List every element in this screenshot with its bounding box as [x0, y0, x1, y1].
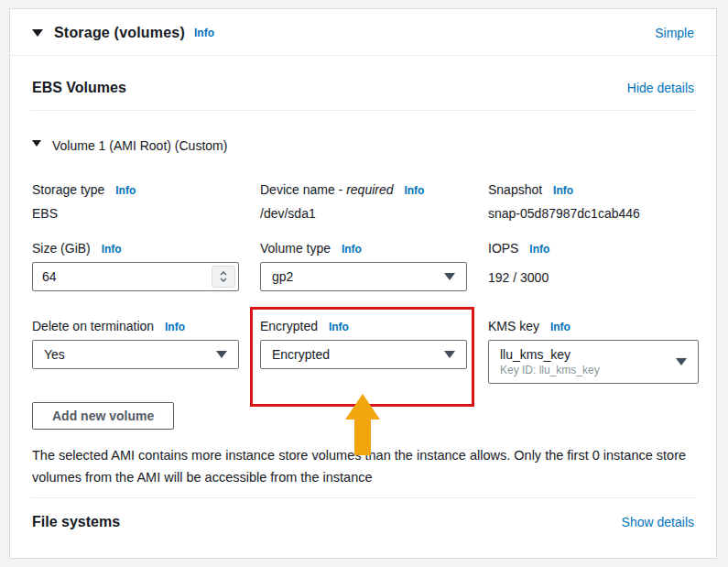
field-snapshot: Snapshot Info snap-05d87987dc1cab446 [488, 182, 699, 221]
iops-label: IOPS [488, 241, 518, 256]
storage-type-label: Storage type [32, 182, 104, 197]
volume-type-select[interactable]: gp2 [260, 262, 467, 291]
field-delete-on-termination: Delete on termination Info Yes [32, 319, 239, 384]
iops-label-row: IOPS Info [488, 241, 699, 256]
storage-info-link[interactable]: Info [194, 27, 214, 39]
file-systems-title: File systems [32, 514, 120, 530]
kms-key-selected-value: llu_kms_key [500, 347, 600, 362]
stepper-chevrons-icon [219, 269, 228, 284]
instance-store-warning-text: The selected AMI contains more instance … [30, 444, 695, 488]
show-details-link[interactable]: Show details [622, 515, 694, 529]
size-input[interactable] [33, 269, 212, 284]
chevron-down-icon [444, 273, 455, 280]
encrypted-label: Encrypted [260, 319, 318, 333]
field-device-name: Device name - required Info /dev/sda1 [260, 182, 467, 221]
snapshot-value: snap-05d87987dc1cab446 [488, 206, 699, 221]
chevron-down-icon [676, 358, 687, 365]
volume-expand-caret-icon[interactable] [32, 140, 41, 147]
add-volume-button-row: Add new volume [30, 402, 696, 430]
ebs-volumes-header: EBS Volumes Hide details [30, 56, 696, 111]
field-volume-type: Volume type Info gp2 [260, 241, 467, 291]
volume-fields-row-3: Delete on termination Info Yes Encrypted… [30, 319, 696, 384]
delete-on-termination-label: Delete on termination [32, 319, 154, 333]
iops-value: 192 / 3000 [488, 270, 699, 285]
storage-section-header[interactable]: Storage (volumes) Info Simple [10, 9, 716, 56]
size-label-row: Size (GiB) Info [32, 241, 239, 256]
kms-key-info-link[interactable]: Info [550, 321, 570, 333]
volume-1-header[interactable]: Volume 1 (AMI Root) (Custom) [30, 138, 696, 153]
volume-fields-row-1: Storage type Info EBS Device name - requ… [30, 182, 696, 221]
chevron-down-icon [444, 351, 455, 358]
storage-section-title: Storage (volumes) [54, 25, 185, 41]
storage-section-body: EBS Volumes Hide details Volume 1 (AMI R… [10, 56, 716, 530]
kms-key-select[interactable]: llu_kms_key Key ID: llu_kms_key [488, 340, 699, 384]
volume-type-info-link[interactable]: Info [342, 243, 362, 256]
section-expand-caret-icon[interactable] [32, 29, 43, 37]
field-encrypted: Encrypted Info Encrypted [260, 319, 467, 384]
device-name-required-label: required [346, 182, 393, 197]
size-info-link[interactable]: Info [102, 243, 122, 256]
add-new-volume-button[interactable]: Add new volume [32, 402, 174, 430]
volume-type-selected-value: gp2 [272, 269, 293, 284]
delete-on-termination-label-row: Delete on termination Info [32, 319, 239, 333]
storage-type-info-link[interactable]: Info [115, 184, 136, 197]
kms-key-label: KMS key [488, 319, 539, 333]
delete-on-termination-info-link[interactable]: Info [165, 321, 185, 333]
kms-key-label-row: KMS key Info [488, 319, 699, 333]
field-iops: IOPS Info 192 / 3000 [488, 241, 699, 291]
delete-on-termination-select[interactable]: Yes [32, 340, 239, 369]
chevron-down-icon [216, 351, 227, 358]
field-size: Size (GiB) Info [32, 241, 239, 291]
size-label: Size (GiB) [32, 241, 91, 256]
encrypted-select[interactable]: Encrypted [260, 340, 467, 369]
encrypted-label-row: Encrypted Info [260, 319, 467, 333]
size-input-wrap [32, 262, 239, 291]
encrypted-selected-value: Encrypted [272, 347, 330, 362]
storage-type-label-row: Storage type Info [32, 182, 239, 197]
snapshot-info-link[interactable]: Info [553, 184, 573, 197]
ebs-volumes-title: EBS Volumes [32, 80, 126, 96]
iops-info-link[interactable]: Info [529, 243, 549, 256]
volume-type-label-row: Volume type Info [260, 241, 467, 256]
device-name-value: /dev/sda1 [260, 206, 467, 221]
snapshot-label-row: Snapshot Info [488, 182, 699, 197]
field-storage-type: Storage type Info EBS [32, 182, 239, 221]
kms-key-id-subtext: Key ID: llu_kms_key [500, 364, 600, 376]
hide-details-link[interactable]: Hide details [627, 81, 694, 95]
device-name-label-row: Device name - required Info [260, 182, 467, 197]
file-systems-header: File systems Show details [30, 497, 696, 530]
storage-volumes-panel: Storage (volumes) Info Simple EBS Volume… [9, 8, 717, 559]
size-stepper[interactable] [212, 266, 235, 288]
volume-type-label: Volume type [260, 241, 331, 256]
device-name-label: Device name - [260, 182, 342, 197]
encrypted-info-link[interactable]: Info [329, 321, 349, 333]
delete-on-termination-selected-value: Yes [44, 347, 65, 362]
simple-mode-link[interactable]: Simple [655, 26, 694, 40]
volume-1-title: Volume 1 (AMI Root) (Custom) [52, 138, 227, 153]
kms-key-text-group: llu_kms_key Key ID: llu_kms_key [500, 347, 600, 376]
device-name-info-link[interactable]: Info [404, 184, 424, 197]
volume-fields-row-2: Size (GiB) Info Volume type Inf [30, 241, 696, 291]
field-kms-key: KMS key Info llu_kms_key Key ID: llu_kms… [488, 319, 699, 384]
storage-type-value: EBS [32, 206, 239, 221]
snapshot-label: Snapshot [488, 182, 542, 197]
